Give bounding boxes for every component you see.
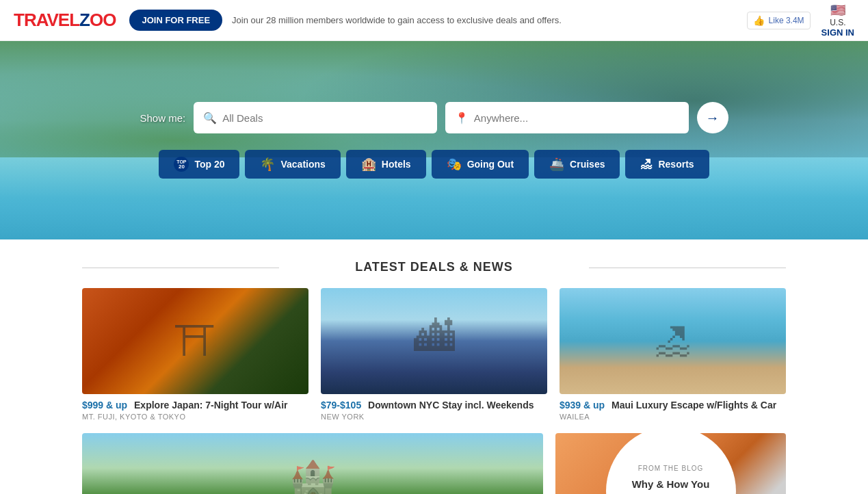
sign-in-link[interactable]: SIGN IN <box>821 27 854 38</box>
cruises-icon: 🚢 <box>549 157 564 172</box>
deal-image-nyc <box>321 288 547 394</box>
deal-image-maui <box>560 288 786 394</box>
nav-tab-cruises-label: Cruises <box>570 159 605 170</box>
country-label: U.S. <box>830 18 845 27</box>
location-icon: 📍 <box>455 112 469 125</box>
hotels-icon: 🏨 <box>361 157 376 172</box>
nav-tab-resorts[interactable]: 🏖 Resorts <box>625 150 709 179</box>
blog-card[interactable]: FROM THE BLOG Why & How You Should Visit… <box>555 433 786 494</box>
sign-in-area: 🇺🇸 U.S. SIGN IN <box>821 3 854 38</box>
deal-price-maui: $939 & up <box>560 400 605 411</box>
location-search-input[interactable] <box>474 112 679 124</box>
nav-tab-vacations-label: Vacations <box>280 159 325 170</box>
show-me-label: Show me: <box>140 112 186 124</box>
deals-grid-bottom: FROM THE BLOG Why & How You Should Visit… <box>82 433 786 494</box>
blog-circle: FROM THE BLOG Why & How You Should Visit… <box>606 426 736 494</box>
deal-name-japan: Explore Japan: 7-Night Tour w/Air <box>134 400 288 411</box>
deal-info-maui: $939 & up Maui Luxury Escape w/Flights &… <box>560 400 786 421</box>
deal-location-japan: MT. FUJI, KYOTO & TOKYO <box>82 413 308 421</box>
blog-from-label: FROM THE BLOG <box>638 465 704 472</box>
nav-tab-top20-label: Top 20 <box>194 159 224 170</box>
facebook-like[interactable]: 👍 Like 3.4M <box>747 12 811 29</box>
logo[interactable]: TRAVELZOO <box>14 10 116 31</box>
join-button[interactable]: JOIN FOR FREE <box>129 10 222 31</box>
nav-tab-resorts-label: Resorts <box>658 159 694 170</box>
location-search-box[interactable]: 📍 <box>445 102 689 133</box>
deal-info-nyc: $79-$105 Downtown NYC Stay incl. Weekend… <box>321 400 547 421</box>
nav-tab-going-out-label: Going Out <box>467 159 514 170</box>
deal-price-japan: $999 & up <box>82 400 127 411</box>
nav-tab-hotels-label: Hotels <box>382 159 411 170</box>
deal-card-germany[interactable] <box>82 433 543 494</box>
deal-card-japan[interactable]: $999 & up Explore Japan: 7-Night Tour w/… <box>82 288 308 421</box>
deal-name-maui: Maui Luxury Escape w/Flights & Car <box>611 400 776 411</box>
thumbs-up-icon: 👍 <box>753 15 765 26</box>
deal-image-germany <box>82 433 543 494</box>
main-content: LATEST DEALS & NEWS $999 & up Explore Ja… <box>0 239 868 494</box>
deals-search-input[interactable] <box>222 112 428 124</box>
deal-info-japan: $999 & up Explore Japan: 7-Night Tour w/… <box>82 400 308 421</box>
resorts-icon: 🏖 <box>640 157 653 172</box>
section-title: LATEST DEALS & NEWS <box>82 260 786 274</box>
deals-grid-top: $999 & up Explore Japan: 7-Night Tour w/… <box>82 288 786 421</box>
deal-card-nyc[interactable]: $79-$105 Downtown NYC Stay incl. Weekend… <box>321 288 547 421</box>
going-out-icon: 🎭 <box>447 157 462 172</box>
header: TRAVELZOO JOIN FOR FREE Join our 28 mill… <box>0 0 868 41</box>
flag-icon: 🇺🇸 <box>830 3 845 18</box>
deal-location-nyc: NEW YORK <box>321 413 547 421</box>
nav-tab-cruises[interactable]: 🚢 Cruises <box>534 150 620 179</box>
hero-content: Show me: 🔍 📍 → TOP20 Top 20 🌴 Vacations <box>0 102 868 179</box>
nav-tab-vacations[interactable]: 🌴 Vacations <box>245 150 340 179</box>
blog-image: FROM THE BLOG Why & How You Should Visit… <box>555 433 786 494</box>
blog-title: Why & How You Should Visit the Caribbean… <box>620 478 722 494</box>
header-tagline: Join our 28 million members worldwide to… <box>232 15 746 25</box>
search-row: Show me: 🔍 📍 → <box>140 102 728 133</box>
deal-image-japan <box>82 288 308 394</box>
search-go-button[interactable]: → <box>697 102 728 133</box>
nav-tab-going-out[interactable]: 🎭 Going Out <box>432 150 529 179</box>
nav-tab-top20[interactable]: TOP20 Top 20 <box>159 150 239 179</box>
hero-section: Show me: 🔍 📍 → TOP20 Top 20 🌴 Vacations <box>0 41 868 239</box>
top20-badge-icon: TOP20 <box>174 157 189 172</box>
vacations-icon: 🌴 <box>260 157 275 172</box>
deal-price-nyc: $79-$105 <box>321 400 361 411</box>
nav-tab-hotels[interactable]: 🏨 Hotels <box>346 150 426 179</box>
category-nav: TOP20 Top 20 🌴 Vacations 🏨 Hotels 🎭 Goin… <box>159 150 709 179</box>
header-right: 👍 Like 3.4M 🇺🇸 U.S. SIGN IN <box>747 3 854 38</box>
deal-card-maui[interactable]: $939 & up Maui Luxury Escape w/Flights &… <box>560 288 786 421</box>
search-icon: 🔍 <box>203 112 217 125</box>
fb-like-count: Like 3.4M <box>769 16 804 25</box>
deal-location-maui: WAILEA <box>560 413 786 421</box>
deals-search-box[interactable]: 🔍 <box>194 102 437 133</box>
deal-name-nyc: Downtown NYC Stay incl. Weekends <box>368 400 534 411</box>
